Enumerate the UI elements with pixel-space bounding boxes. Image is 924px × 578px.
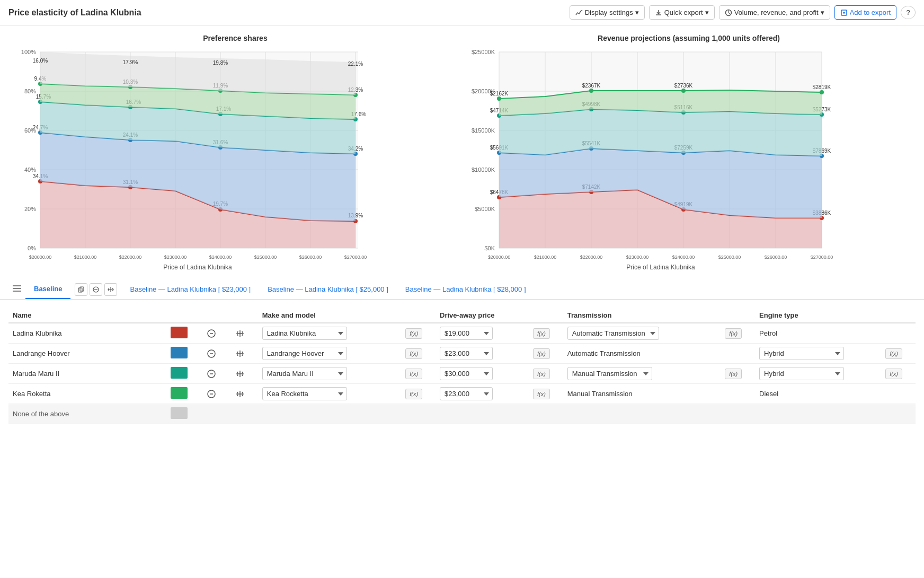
product-move-button[interactable] bbox=[234, 388, 246, 400]
product-color-swatch bbox=[171, 347, 188, 358]
price-fx-cell: f(x) bbox=[529, 344, 563, 364]
svg-text:$25000K: $25000K bbox=[472, 49, 495, 55]
header: Price elasticity of Ladina Klubnia Displ… bbox=[0, 0, 924, 25]
tab-scenario3[interactable]: Baseline — Ladina Klubnika [ $28,000 ] bbox=[397, 280, 535, 299]
product-remove-button[interactable] bbox=[205, 347, 218, 360]
trans-fx-button[interactable]: f(x) bbox=[725, 328, 742, 339]
volume-revenue-button[interactable]: Volume, revenue, and profit ▾ bbox=[719, 5, 830, 20]
tab-scenario2[interactable]: Baseline — Ladina Klubnika [ $25,000 ] bbox=[259, 280, 397, 299]
product-table: Name Make and model Drive-away price Tra… bbox=[8, 308, 916, 424]
make-model-cell[interactable]: Maruda Maru II bbox=[258, 364, 402, 384]
svg-text:$21000.00: $21000.00 bbox=[534, 255, 557, 260]
tab-actions bbox=[70, 283, 121, 296]
trans-cell[interactable]: Automatic Transmission bbox=[563, 323, 721, 344]
make-fx-button[interactable]: f(x) bbox=[405, 328, 422, 339]
price-select[interactable]: $30,000 bbox=[440, 367, 493, 380]
price-select[interactable]: $19,000 bbox=[440, 327, 493, 340]
price-fx-cell: f(x) bbox=[529, 364, 563, 384]
tab-move-button[interactable] bbox=[104, 283, 117, 296]
svg-text:80%: 80% bbox=[24, 88, 36, 94]
trans-fx-cell: f(x) bbox=[721, 364, 755, 384]
svg-text:$24000.00: $24000.00 bbox=[209, 255, 232, 260]
make-model-select[interactable]: Ladina Klubnika bbox=[262, 327, 347, 340]
svg-text:$10000K: $10000K bbox=[472, 167, 495, 173]
make-fx-button[interactable]: f(x) bbox=[405, 348, 422, 359]
none-color-cell bbox=[166, 404, 201, 424]
make-model-cell[interactable]: Ladina Klubnika bbox=[258, 323, 402, 344]
tab-remove-button[interactable] bbox=[90, 283, 102, 296]
quick-export-button[interactable]: Quick export ▾ bbox=[649, 5, 715, 20]
svg-text:$27000.00: $27000.00 bbox=[344, 255, 367, 260]
price-select[interactable]: $23,000 bbox=[440, 347, 493, 360]
price-cell[interactable]: $30,000 bbox=[436, 364, 529, 384]
col-header-price: Drive-away price bbox=[436, 308, 563, 323]
price-fx-button[interactable]: f(x) bbox=[533, 369, 550, 379]
price-cell[interactable]: $23,000 bbox=[436, 344, 529, 364]
table-row: Kea Roketta Kea Rocketta bbox=[8, 384, 916, 404]
header-actions: Display settings ▾ Quick export ▾ Volume… bbox=[570, 5, 916, 20]
svg-point-132 bbox=[589, 89, 593, 93]
price-fx-button[interactable]: f(x) bbox=[533, 389, 550, 399]
make-model-cell[interactable]: Kea Rocketta bbox=[258, 384, 402, 404]
svg-text:$2736K: $2736K bbox=[674, 83, 693, 89]
svg-text:$0K: $0K bbox=[484, 245, 495, 251]
svg-text:$2367K: $2367K bbox=[582, 83, 601, 89]
trans-cell[interactable]: Manual Transmission bbox=[563, 364, 721, 384]
product-move-button[interactable] bbox=[234, 347, 246, 360]
engine-fx-button[interactable]: f(x) bbox=[885, 369, 902, 379]
tab-scenario1[interactable]: Baseline — Ladina Klubnika [ $23,000 ] bbox=[121, 280, 259, 299]
product-move-button[interactable] bbox=[234, 327, 246, 340]
download-icon bbox=[655, 9, 662, 16]
engine-select[interactable]: Hybrid bbox=[759, 367, 844, 380]
tab-menu-icon[interactable] bbox=[8, 281, 25, 298]
trans-select[interactable]: Manual Transmission bbox=[567, 367, 652, 380]
svg-text:$23000.00: $23000.00 bbox=[626, 255, 649, 260]
make-model-select[interactable]: Landrange Hoover bbox=[262, 347, 347, 360]
left-chart-title: Preference shares bbox=[8, 34, 462, 42]
trans-select[interactable]: Automatic Transmission bbox=[567, 327, 659, 340]
price-fx-cell: f(x) bbox=[529, 323, 563, 344]
product-remove-button[interactable] bbox=[205, 327, 218, 340]
price-fx-button[interactable]: f(x) bbox=[533, 328, 550, 339]
help-button[interactable]: ? bbox=[901, 6, 916, 19]
tabs-area: Baseline Baseline — Ladina Klubnika [ $2… bbox=[0, 279, 924, 300]
preference-shares-svg: 0% 20% 40% 60% 80% 100% $20000.00 $21000… bbox=[8, 47, 369, 269]
make-model-select[interactable]: Maruda Maru II bbox=[262, 367, 347, 380]
svg-text:$2162K: $2162K bbox=[490, 91, 509, 97]
product-remove-button[interactable] bbox=[205, 367, 218, 380]
chevron-down-icon: ▾ bbox=[705, 8, 709, 16]
product-remove-button[interactable] bbox=[205, 388, 218, 400]
engine-fx-cell: f(x) bbox=[881, 344, 916, 364]
display-settings-button[interactable]: Display settings ▾ bbox=[570, 5, 645, 20]
engine-cell[interactable]: Hybrid bbox=[755, 344, 881, 364]
make-fx-cell: f(x) bbox=[401, 344, 436, 364]
product-move-button[interactable] bbox=[234, 367, 246, 380]
table-area: Name Make and model Drive-away price Tra… bbox=[0, 300, 924, 433]
engine-fx-button[interactable]: f(x) bbox=[885, 348, 902, 359]
engine-cell[interactable]: Hybrid bbox=[755, 364, 881, 384]
table-header-row: Name Make and model Drive-away price Tra… bbox=[8, 308, 916, 323]
tab-baseline[interactable]: Baseline bbox=[25, 279, 70, 299]
trans-value: Automatic Transmission bbox=[567, 349, 641, 357]
engine-value: Diesel bbox=[759, 390, 778, 398]
make-model-cell[interactable]: Landrange Hoover bbox=[258, 344, 402, 364]
tab-copy-button[interactable] bbox=[75, 283, 87, 296]
make-model-select[interactable]: Kea Rocketta bbox=[262, 387, 347, 400]
col-header-name: Name bbox=[8, 308, 258, 323]
product-color-cell bbox=[166, 323, 201, 344]
make-fx-button[interactable]: f(x) bbox=[405, 389, 422, 399]
price-select[interactable]: $23,000 bbox=[440, 387, 493, 400]
make-fx-button[interactable]: f(x) bbox=[405, 369, 422, 379]
engine-select[interactable]: Hybrid bbox=[759, 347, 844, 360]
svg-point-131 bbox=[497, 97, 501, 101]
price-fx-button[interactable]: f(x) bbox=[533, 348, 550, 359]
price-cell[interactable]: $19,000 bbox=[436, 323, 529, 344]
add-to-export-button[interactable]: Add to export bbox=[834, 5, 896, 20]
price-cell[interactable]: $23,000 bbox=[436, 384, 529, 404]
svg-text:0%: 0% bbox=[28, 245, 36, 251]
svg-text:$27000.00: $27000.00 bbox=[811, 255, 833, 260]
trans-fx-button[interactable]: f(x) bbox=[725, 369, 742, 379]
engine-fx-cell bbox=[881, 323, 916, 344]
trans-fx-cell bbox=[721, 384, 755, 404]
product-color-cell bbox=[166, 344, 201, 364]
